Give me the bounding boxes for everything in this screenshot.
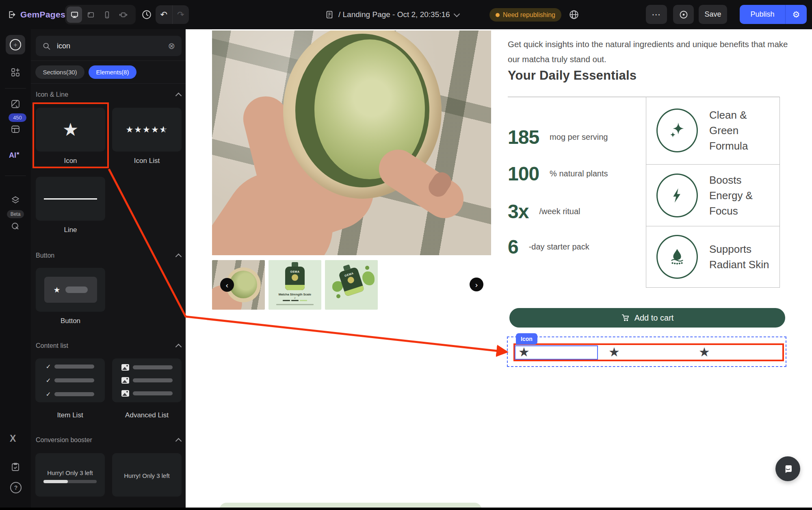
section-heading[interactable]: Your Daily Essentials xyxy=(508,68,637,83)
lightning-icon xyxy=(656,174,698,217)
element-card-advanced-list[interactable] xyxy=(112,358,182,402)
page-canvas: GEMA Matcha Strength Scale 2 GEMA ‹ xyxy=(186,29,812,508)
breadcrumb[interactable]: / Landing Page - Oct 2, 20:35:16 xyxy=(325,0,459,29)
element-card-stock-counter[interactable]: Hurry! Only 3 left xyxy=(35,453,105,497)
element-card-icon-list[interactable]: ★★★★☆★ xyxy=(112,108,182,152)
add-to-cart-button[interactable]: Add to cart xyxy=(509,308,785,328)
preview-eye-button[interactable] xyxy=(673,5,694,24)
feature-card-energy-focus[interactable]: BoostsEnergy &Focus xyxy=(646,165,780,226)
thumb-scale-title: Matcha Strength Scale xyxy=(279,293,311,296)
element-card-item-list[interactable]: ✓ ✓ ✓ xyxy=(35,358,105,402)
redo-button[interactable]: ↷ xyxy=(173,5,189,24)
section-header-icon-line[interactable]: Icon & Line xyxy=(36,91,181,98)
beta-badge: Beta xyxy=(7,210,24,218)
sparkle-icon xyxy=(656,109,698,152)
page-doc-icon xyxy=(325,10,334,19)
search-input[interactable] xyxy=(56,41,162,51)
tablet-view-button[interactable] xyxy=(83,7,98,23)
element-label-button: Button xyxy=(36,317,105,325)
element-label-icon-list: Icon List xyxy=(112,157,182,165)
advanced-list-preview-icon xyxy=(121,364,173,397)
help-icon[interactable]: ? xyxy=(10,482,22,493)
publish-settings-gear-icon[interactable]: ⚙ xyxy=(785,5,807,24)
element-card-stock-counter-2[interactable]: Hurry! Only 3 left xyxy=(112,453,182,497)
x-social-icon[interactable]: X xyxy=(10,433,16,444)
element-card-button[interactable]: ★ xyxy=(36,268,105,312)
element-label-line: Line xyxy=(36,226,105,234)
stat-label: -day starter pack xyxy=(529,242,589,252)
device-switcher xyxy=(65,5,136,24)
stat-value: 185 xyxy=(508,126,539,148)
carousel-next-button[interactable]: › xyxy=(470,278,483,291)
layers-icon[interactable] xyxy=(11,195,20,205)
plus-circle-icon: + xyxy=(10,39,21,50)
add-element-button[interactable]: + xyxy=(6,35,25,54)
button-preview-icon: ★ xyxy=(44,277,97,303)
stat-label: % natural plants xyxy=(550,169,608,178)
history-icon[interactable] xyxy=(141,9,152,20)
star-icon[interactable]: ★ xyxy=(699,346,710,358)
publish-split-button: Publish ⚙ xyxy=(740,5,807,24)
feature-card-radiant-skin[interactable]: SupportsRadiant Skin xyxy=(646,226,780,287)
theme-pages-icon[interactable] xyxy=(11,99,20,109)
thumbnail-strength-scale[interactable]: GEMA Matcha Strength Scale 2 xyxy=(269,260,321,310)
status-dot-icon xyxy=(496,13,500,17)
chat-launcher-icon[interactable] xyxy=(775,456,800,481)
product-pouch-icon: GEMA xyxy=(338,267,365,297)
clear-search-icon[interactable]: ⊗ xyxy=(168,41,175,51)
add-to-cart-label: Add to cart xyxy=(634,313,674,323)
stat-row-natural: 100 % natural plants xyxy=(508,162,646,185)
elements-panel: ⊗ Sections(30) Elements(8) Icon & Line ★… xyxy=(31,29,186,508)
ai-assistant-button[interactable]: AI✶ xyxy=(9,151,19,160)
feature-card-column: Clean &GreenFormula BoostsEnergy &Focus … xyxy=(646,97,780,288)
interaction-target-icon[interactable] xyxy=(11,221,20,231)
save-button[interactable]: Save xyxy=(699,5,727,24)
chevron-down-icon xyxy=(453,11,460,17)
mobile-view-button[interactable] xyxy=(99,7,115,23)
chevron-up-icon xyxy=(175,343,182,350)
stock-progress-bar xyxy=(43,480,97,483)
page-bottom-edge xyxy=(0,508,812,510)
star-icon[interactable]: ★ xyxy=(608,346,620,358)
element-label-advanced-list: Advanced List xyxy=(112,411,182,419)
stat-value: 6 xyxy=(508,236,518,258)
desktop-view-button[interactable] xyxy=(67,7,82,23)
product-pouch-icon: GEMA xyxy=(285,267,305,290)
chevron-up-icon xyxy=(175,438,182,444)
stat-row-caffeine: 185 mog per serving xyxy=(508,126,646,148)
selected-element-badge: Icon xyxy=(516,333,537,345)
template-library-icon[interactable] xyxy=(11,124,20,134)
gempages-editor: GemPages 7 ↶ ↷ xyxy=(0,0,812,510)
status-badge: Need republishing xyxy=(489,8,561,22)
exit-editor-icon[interactable] xyxy=(7,10,16,19)
more-options-button[interactable]: ⋯ xyxy=(646,5,667,24)
status-badge-label: Need republishing xyxy=(503,11,555,19)
product-main-image[interactable] xyxy=(212,30,491,255)
feature-card-clean-green[interactable]: Clean &GreenFormula xyxy=(646,97,780,165)
water-drop-skin-icon xyxy=(656,235,698,279)
undo-redo-group: ↶ ↷ xyxy=(156,5,189,24)
tab-sections[interactable]: Sections(30) xyxy=(35,65,84,79)
strength-scale-bars xyxy=(283,300,307,301)
add-section-grid-icon[interactable] xyxy=(11,67,20,77)
section-header-button[interactable]: Button xyxy=(36,252,181,259)
responsive-view-button[interactable] xyxy=(115,7,131,23)
tab-elements[interactable]: Elements(8) xyxy=(89,65,136,79)
thumbnail-splash[interactable]: GEMA xyxy=(325,260,378,310)
line-icon xyxy=(44,198,97,200)
carousel-prev-button[interactable]: ‹ xyxy=(220,278,234,292)
translate-globe-icon[interactable] xyxy=(569,9,579,20)
undo-button[interactable]: ↶ xyxy=(156,5,172,24)
section-header-content-list[interactable]: Content list xyxy=(36,342,181,349)
item-list-preview-icon: ✓ ✓ ✓ xyxy=(46,363,95,398)
changelog-clipboard-icon[interactable] xyxy=(11,462,20,472)
stat-label: mog per serving xyxy=(550,132,608,142)
stat-row-starter: 6 -day starter pack xyxy=(508,235,646,258)
stat-value: 100 xyxy=(508,163,539,185)
rating-stars-icon: ★★★★☆★ xyxy=(126,125,168,135)
star-icon[interactable]: ★ xyxy=(518,346,530,358)
element-card-line[interactable] xyxy=(36,177,105,221)
publish-button[interactable]: Publish xyxy=(740,5,785,24)
intro-paragraph[interactable]: Get quick insights into the natural ingr… xyxy=(508,37,790,67)
section-header-conversion-booster[interactable]: Conversion booster xyxy=(36,436,181,444)
